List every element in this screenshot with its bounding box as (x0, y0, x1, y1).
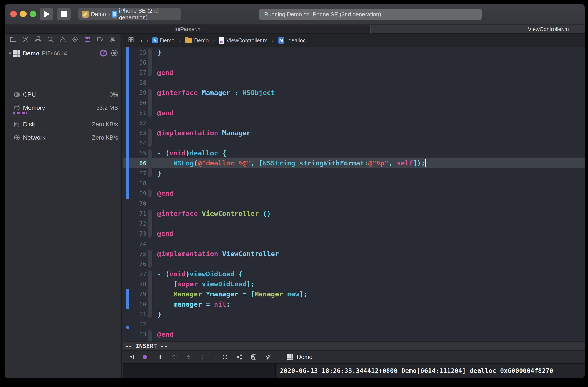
code-line[interactable]: @interface Manager : NSObject (157, 89, 275, 97)
code-line[interactable]: } (157, 310, 161, 318)
code-editor[interactable]: 55}5657@end5859@interface Manager : NSOb… (123, 47, 585, 341)
scheme-project-label: Demo (91, 11, 106, 18)
code-token: @end (157, 109, 173, 117)
code-token: viewDidLoad (190, 270, 234, 278)
code-line[interactable]: NSLog(@"dealloc %@", [NSString stringWit… (157, 159, 425, 167)
code-token: nil (214, 300, 226, 308)
source-control-navigator-icon[interactable] (21, 35, 30, 43)
disclosure-triangle-icon[interactable]: ▼ (8, 51, 13, 56)
step-over-button[interactable] (171, 353, 178, 361)
code-token: Manager (222, 129, 251, 137)
code-token: { (234, 270, 242, 278)
fold-ribbon-segment[interactable] (148, 129, 151, 147)
zoom-window-button[interactable] (30, 11, 36, 17)
code-token (295, 159, 299, 167)
report-navigator-icon[interactable] (108, 35, 117, 43)
breadcrumb-method[interactable]: M -dealloc (278, 37, 306, 44)
issue-navigator-icon[interactable] (59, 35, 67, 43)
variables-view (123, 364, 275, 378)
related-items-icon[interactable] (128, 37, 134, 44)
run-button[interactable] (40, 8, 53, 20)
code-line[interactable]: [super viewDidLoad]; (157, 280, 255, 288)
fold-ribbon-segment[interactable] (148, 149, 151, 177)
divider (13, 130, 111, 130)
code-line[interactable]: @end (157, 330, 173, 338)
hide-debug-area-button[interactable] (128, 353, 135, 361)
memory-label: Memory (23, 104, 96, 111)
step-into-button[interactable] (185, 353, 192, 361)
line-number: 58 (127, 79, 146, 86)
environment-overrides-button[interactable] (250, 353, 257, 361)
line-number: 65 (127, 150, 146, 157)
tab-viewcontroller[interactable]: ViewController.m (371, 25, 585, 34)
navigator-icon-strip (5, 34, 121, 45)
line-number: 69 (127, 190, 146, 197)
symbol-navigator-icon[interactable] (34, 35, 42, 43)
line-number: 72 (127, 220, 146, 227)
minimize-window-button[interactable] (20, 11, 26, 17)
tab-iniparser[interactable]: IniParser.h (5, 25, 371, 34)
view-hierarchy-button[interactable] (222, 353, 229, 361)
code-line[interactable]: - (void)dealloc { (157, 149, 226, 157)
code-line[interactable]: @end (157, 69, 173, 77)
fold-ribbon-segment[interactable] (148, 250, 151, 268)
folder-icon (185, 38, 192, 43)
code-line[interactable]: Manager *manager = [Manager new]; (157, 290, 308, 298)
debug-process-label[interactable]: Demo (297, 354, 313, 361)
code-line[interactable]: @implementation Manager (157, 129, 251, 137)
code-line[interactable]: @implementation ViewController (157, 250, 279, 258)
find-navigator-icon[interactable] (46, 35, 55, 43)
breadcrumb-file[interactable]: m ViewController.m (219, 37, 268, 44)
fold-ribbon-segment[interactable] (148, 210, 151, 238)
disk-label: Disk (23, 121, 92, 128)
fold-ribbon-segment[interactable] (148, 330, 151, 341)
fold-ribbon-segment[interactable] (148, 270, 151, 318)
code-token: ; (226, 300, 230, 308)
code-token: ]); (413, 159, 425, 167)
code-token: @implementation (157, 129, 222, 137)
play-icon (44, 11, 50, 17)
disk-gauge-row[interactable]: Disk Zero KB/s (5, 119, 121, 130)
memory-report-icon[interactable] (111, 49, 118, 58)
line-number: 57 (127, 69, 146, 76)
code-line[interactable]: manager = nil; (157, 300, 230, 308)
memory-graph-button[interactable] (236, 353, 243, 361)
breakpoints-toggle-button[interactable] (142, 353, 149, 361)
pause-button[interactable] (156, 353, 163, 361)
console-pane[interactable]: 2020-06-13 18:26:33.344412+0800 Demo[661… (275, 364, 585, 378)
fold-ribbon-segment[interactable] (148, 89, 151, 117)
code-line[interactable]: } (157, 48, 161, 56)
chevron-right-icon: › (213, 37, 215, 43)
code-line[interactable]: @interface ViewController () (157, 210, 271, 217)
project-navigator-icon[interactable] (9, 35, 17, 43)
code-line[interactable]: - (void)viewDidLoad { (157, 270, 242, 278)
code-line[interactable]: @end (157, 109, 173, 117)
code-line[interactable]: @end (157, 189, 173, 197)
fold-ribbon-segment[interactable] (148, 189, 151, 197)
code-token: dealloc (190, 149, 218, 157)
close-window-button[interactable] (10, 11, 17, 17)
scheme-selector[interactable]: Demo › iPhone SE (2nd generation) (78, 8, 181, 20)
stop-icon (61, 11, 67, 17)
breakpoint-navigator-icon[interactable] (96, 35, 104, 43)
breadcrumb-group[interactable]: Demo (185, 37, 209, 44)
forward-button[interactable]: › (146, 37, 148, 44)
stop-button[interactable] (57, 8, 71, 20)
chevron-right-icon: › (272, 37, 273, 43)
simulate-location-button[interactable] (265, 353, 272, 361)
line-number: 77 (127, 271, 146, 277)
debug-navigator-icon[interactable] (84, 35, 92, 43)
debug-process-row[interactable]: ▼ Demo PID 6614 (5, 48, 121, 59)
step-out-button[interactable] (199, 353, 206, 361)
code-token: @end (157, 69, 173, 77)
network-gauge-row[interactable]: Network Zero KB/s (5, 132, 121, 143)
fold-ribbon-segment[interactable] (148, 48, 151, 77)
test-navigator-icon[interactable] (71, 35, 79, 43)
code-token: viewDidLoad (202, 280, 246, 288)
breadcrumb-project[interactable]: A Demo (152, 37, 175, 44)
code-line[interactable]: } (157, 169, 161, 177)
back-button[interactable]: ‹ (141, 37, 143, 44)
code-line[interactable]: @end (157, 230, 173, 237)
cpu-gauge-row[interactable]: CPU 0% (5, 89, 121, 100)
profile-gauge-icon[interactable] (100, 49, 107, 58)
